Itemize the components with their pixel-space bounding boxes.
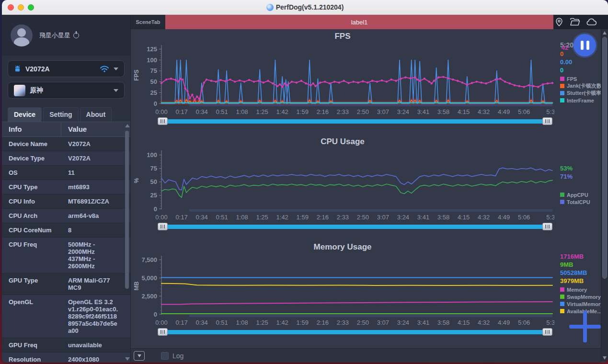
legend-swatch-icon	[560, 84, 564, 88]
memory-range-scrollbar[interactable]	[158, 328, 552, 336]
main-scrollbar-thumb[interactable]	[602, 37, 607, 279]
range-track[interactable]	[168, 225, 542, 229]
sidebar: 飛星小星星 V2072A	[2, 15, 131, 363]
table-row[interactable]: Resolution2400x1080	[2, 353, 130, 363]
logout-power-icon[interactable]	[73, 33, 79, 38]
add-label-plus-button[interactable]	[569, 311, 601, 342]
column-header-info: Info	[2, 122, 61, 136]
table-scrollbar[interactable]	[124, 124, 130, 361]
table-row[interactable]: CPU InfoMT6891Z/CZA	[2, 194, 130, 209]
fps-range-scrollbar[interactable]	[158, 117, 552, 125]
scroll-up-arrow-icon[interactable]	[603, 31, 607, 34]
svg-text:2:16: 2:16	[317, 108, 329, 115]
table-row[interactable]: GPU Frequnavailable	[2, 338, 130, 353]
svg-text:5:06: 5:06	[518, 214, 530, 221]
svg-text:0:17: 0:17	[175, 108, 187, 115]
range-track[interactable]	[168, 119, 542, 124]
tab-device[interactable]: Device	[8, 107, 42, 122]
column-header-value: Value	[61, 122, 130, 136]
marker-pin-icon[interactable]	[554, 17, 564, 27]
legend-item: Jank(卡顿次数)	[560, 82, 603, 90]
virtualmemory-value: 50528MB	[560, 269, 603, 277]
table-row[interactable]: CPU Typemt6893	[2, 180, 130, 194]
svg-text:4:49: 4:49	[498, 108, 510, 115]
folder-icon[interactable]	[570, 17, 580, 27]
svg-text:4:15: 4:15	[458, 108, 470, 115]
app-name: 原神	[30, 86, 109, 95]
range-handle-left[interactable]	[158, 328, 168, 336]
tab-setting[interactable]: Setting	[43, 107, 78, 122]
legend-swatch-icon	[560, 77, 564, 81]
svg-text:3:07: 3:07	[377, 108, 389, 115]
table-header: Info Value	[2, 122, 130, 137]
legend-swatch-icon	[560, 98, 564, 102]
cpu-chart-plot[interactable]: 0255075100%0:000:170:340:511:081:251:421…	[131, 148, 554, 222]
memory-chart-plot[interactable]: 02,5005,0007,500MB0:000:170:340:511:081:…	[131, 254, 554, 328]
svg-text:2,500: 2,500	[141, 293, 157, 300]
table-row[interactable]: CPU CoreNum8	[2, 223, 130, 238]
main-vertical-scrollbar[interactable]	[601, 29, 608, 362]
table-row[interactable]: OS11	[2, 166, 130, 180]
tab-about[interactable]: About	[80, 107, 112, 122]
charts-area: FPS 0255075100125FPS0:000:170:340:511:08…	[131, 29, 601, 348]
scroll-down-arrow-icon[interactable]	[603, 356, 607, 360]
android-icon	[14, 65, 21, 73]
svg-text:1:42: 1:42	[276, 214, 288, 221]
availablememory-value: 3979MB	[560, 277, 603, 285]
svg-text:2:50: 2:50	[357, 214, 369, 221]
scroll-up-arrow-icon[interactable]	[125, 124, 130, 127]
wifi-icon	[100, 65, 109, 73]
legend-item: InterFrame	[560, 97, 603, 104]
range-handle-right[interactable]	[542, 328, 552, 336]
range-track[interactable]	[168, 330, 542, 334]
range-handle-left[interactable]	[158, 117, 168, 125]
legend-swatch-icon	[560, 295, 564, 299]
table-row[interactable]: CPU Freq500MHz - 2000MHz 437MHz - 2600MH…	[2, 238, 130, 273]
log-label: Log	[172, 352, 184, 360]
svg-text:0:34: 0:34	[195, 108, 207, 115]
svg-text:5:30: 5:30	[546, 108, 554, 115]
device-name: V2072A	[25, 65, 95, 73]
svg-text:3:24: 3:24	[397, 214, 409, 221]
device-dropdown-caret-icon	[114, 68, 118, 70]
svg-text:2:50: 2:50	[357, 108, 369, 115]
svg-text:0:51: 0:51	[216, 108, 228, 115]
log-checkbox[interactable]	[161, 352, 169, 360]
cloud-icon[interactable]	[586, 17, 597, 27]
legend-item: SwapMemory	[560, 293, 603, 300]
svg-text:0:51: 0:51	[216, 319, 228, 326]
pause-button[interactable]	[574, 34, 596, 57]
collapse-panel-button[interactable]	[134, 351, 145, 361]
fps-legend: FPSJank(卡顿次数)Stutter(卡顿率)InterFrame	[560, 75, 603, 104]
table-row[interactable]: GPU TypeARM Mali-G77 MC9	[2, 273, 130, 295]
range-handle-left[interactable]	[158, 223, 168, 230]
svg-text:5:30: 5:30	[546, 214, 554, 221]
scene-label[interactable]: label1	[165, 15, 553, 29]
table-row[interactable]: CPU Archarm64-v8a	[2, 209, 130, 223]
table-row[interactable]: Device TypeV2072A	[2, 151, 130, 166]
table-row[interactable]: Device NameV2072A	[2, 137, 130, 151]
scene-tab[interactable]: SceneTab	[131, 15, 165, 29]
table-row[interactable]: OpenGLOpenGL ES 3.2 v1.r26p0-01eac0. 828…	[2, 295, 130, 338]
legend-item: VirtualMemory	[560, 300, 603, 307]
svg-text:1:08: 1:08	[236, 108, 248, 115]
table-scrollbar-thumb[interactable]	[125, 131, 129, 289]
svg-text:4:32: 4:32	[478, 108, 490, 115]
svg-text:100: 100	[147, 151, 157, 159]
legend-item: FPS	[560, 75, 603, 82]
cpu-range-scrollbar[interactable]	[158, 223, 552, 230]
cpu-legend: AppCPUTotalCPU	[560, 191, 601, 205]
range-handle-right[interactable]	[542, 117, 552, 125]
range-handle-right[interactable]	[542, 223, 552, 230]
app-select[interactable]: 原神	[8, 82, 125, 99]
svg-text:0:34: 0:34	[195, 214, 207, 221]
fps-chart-plot[interactable]: 0255075100125FPS0:000:170:340:511:081:25…	[131, 43, 554, 117]
svg-text:0:51: 0:51	[216, 214, 228, 221]
svg-text:5,000: 5,000	[141, 274, 157, 282]
scroll-down-arrow-icon[interactable]	[125, 357, 130, 361]
legend-item: Memory	[560, 286, 603, 293]
device-select[interactable]: V2072A	[8, 60, 125, 77]
user-avatar[interactable]	[11, 24, 33, 46]
legend-swatch-icon	[560, 91, 564, 95]
svg-text:25: 25	[150, 89, 157, 96]
